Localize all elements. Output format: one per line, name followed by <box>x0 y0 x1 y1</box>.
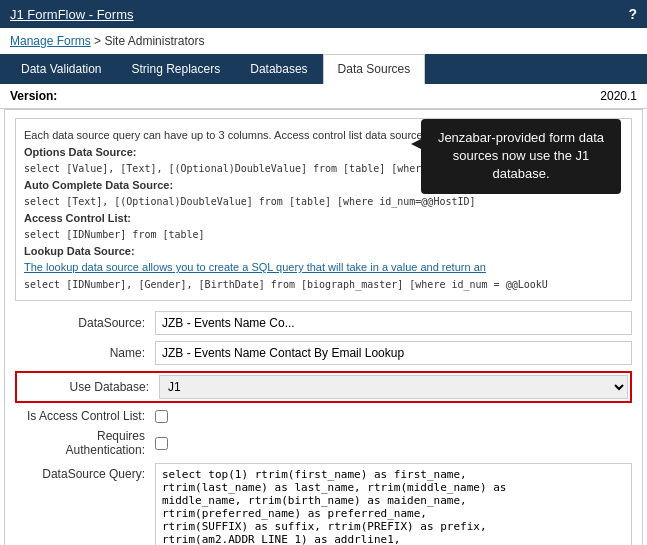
tab-data-validation[interactable]: Data Validation <box>6 54 117 84</box>
requires-auth-label: Requires Authentication: <box>15 429 155 457</box>
use-database-label: Use Database: <box>19 380 159 394</box>
tab-string-replacers[interactable]: String Replacers <box>117 54 236 84</box>
name-input[interactable] <box>155 341 632 365</box>
options-label: Options Data Source: <box>24 146 136 158</box>
use-database-row: Use Database: J1 Default Other <box>15 371 632 403</box>
name-label: Name: <box>15 346 155 360</box>
lookup-code: select [IDNumber], [Gender], [BirthDate]… <box>24 279 548 290</box>
version-label: Version: <box>10 89 57 103</box>
autocomplete-code: select [Text], [(Optional)DoubleValue] f… <box>24 196 476 207</box>
access-control-row: Is Access Control List: <box>15 409 632 423</box>
tab-bar: Data Validation String Replacers Databas… <box>0 54 647 84</box>
is-access-checkbox[interactable] <box>155 410 168 423</box>
app-title[interactable]: J1 FormFlow - Forms <box>10 7 134 22</box>
access-label: Access Control List: <box>24 212 131 224</box>
breadcrumb-manage-forms[interactable]: Manage Forms <box>10 34 91 48</box>
datasource-input[interactable] <box>155 311 632 335</box>
access-code: select [IDNumber] from [table] <box>24 229 205 240</box>
tab-data-sources[interactable]: Data Sources <box>323 54 426 84</box>
version-value: 2020.1 <box>600 89 637 103</box>
query-textarea[interactable] <box>155 463 632 545</box>
app-header: J1 FormFlow - Forms ? <box>0 0 647 28</box>
is-access-label: Is Access Control List: <box>15 409 155 423</box>
breadcrumb: Manage Forms > Site Administrators <box>0 28 647 54</box>
breadcrumb-separator: > <box>91 34 105 48</box>
form-section: DataSource: Name: Use Database: J1 Defau… <box>15 311 632 545</box>
query-wrapper <box>155 463 632 545</box>
autocomplete-label: Auto Complete Data Source: <box>24 179 173 191</box>
tab-databases[interactable]: Databases <box>235 54 322 84</box>
version-bar: Version: 2020.1 <box>0 84 647 109</box>
main-content: Each data source query can have up to 3 … <box>5 110 642 545</box>
help-icon[interactable]: ? <box>628 6 637 22</box>
lookup-label: Lookup Data Source: <box>24 245 135 257</box>
use-database-select[interactable]: J1 Default Other <box>159 375 628 399</box>
breadcrumb-current: Site Administrators <box>104 34 204 48</box>
name-row: Name: <box>15 341 632 365</box>
info-box: Each data source query can have up to 3 … <box>15 118 632 301</box>
callout-text: Jenzabar-provided form data sources now … <box>438 130 604 181</box>
requires-auth-row: Requires Authentication: <box>15 429 632 457</box>
query-row: DataSource Query: <box>15 463 632 545</box>
callout-tooltip: Jenzabar-provided form data sources now … <box>421 119 621 194</box>
datasource-label: DataSource: <box>15 316 155 330</box>
datasource-row: DataSource: <box>15 311 632 335</box>
lookup-text[interactable]: The lookup data source allows you to cre… <box>24 261 486 273</box>
requires-auth-checkbox[interactable] <box>155 437 168 450</box>
query-label: DataSource Query: <box>15 463 155 481</box>
